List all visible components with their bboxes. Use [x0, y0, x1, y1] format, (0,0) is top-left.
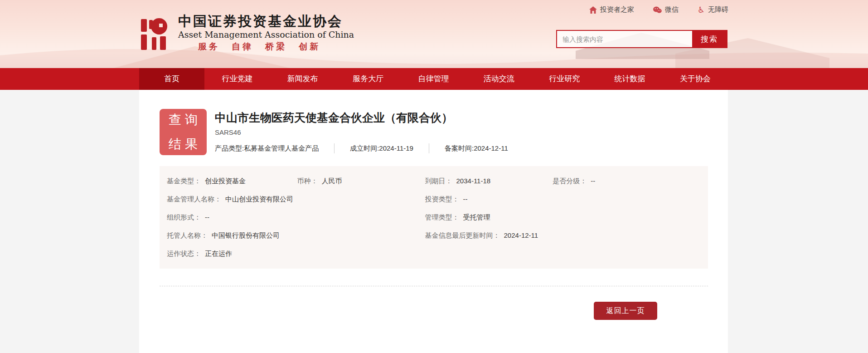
nav-item-1[interactable]: 首页: [139, 68, 204, 90]
nav-item-2[interactable]: 行业党建: [204, 68, 270, 90]
detail-management-type-value: 受托管理: [463, 213, 490, 221]
query-result-badge-line1: 查 询: [169, 111, 198, 128]
content-card: 查 询 结 果 中山市生物医药天使基金合伙企业（有限合伙） SARS46 产品类…: [139, 90, 728, 353]
dashed-divider: [160, 286, 708, 286]
detail-last-update-time-value: 2024-12-11: [504, 231, 538, 239]
detail-org-form-value: --: [205, 213, 209, 221]
fund-meta-item-3: 备案时间:2024-12-11: [429, 143, 508, 153]
brand-tagline-word-4: 创新: [299, 41, 320, 53]
detail-currency-label: 币种：: [297, 177, 318, 185]
wechat-icon: [653, 6, 662, 14]
detail-custodian-name: 托管人名称：中国银行股份有限公司: [167, 226, 425, 245]
nav-item-3[interactable]: 新闻发布: [270, 68, 335, 90]
brand-title-cn: 中国证券投资基金业协会: [178, 14, 354, 29]
fund-head-info: 中山市生物医药天使基金合伙企业（有限合伙） SARS46 产品类型:私募基金管理…: [215, 109, 508, 153]
search-input[interactable]: [557, 31, 692, 47]
detail-investment-type-label: 投资类型：: [425, 195, 459, 203]
detail-maturity-date-label: 到期日：: [425, 177, 452, 185]
fund-code: SARS46: [215, 128, 508, 136]
detail-org-form-label: 组织形式：: [167, 213, 201, 221]
nav-item-6[interactable]: 活动交流: [466, 68, 532, 90]
detail-manager-name-label: 基金管理人名称：: [167, 195, 221, 203]
detail-management-type: 管理类型：受托管理: [425, 208, 708, 226]
brand: 中国证券投资基金业协会 Asset Management Association…: [139, 14, 354, 53]
brand-tagline-word-2: 自律: [232, 41, 253, 53]
detail-org-form: 组织形式：--: [167, 208, 425, 226]
home-icon: [589, 6, 597, 14]
fund-meta-item-2: 成立时间:2024-11-19: [334, 143, 413, 153]
topbar: 投资者之家 微信 ♿ 无障碍: [589, 5, 728, 14]
fund-name: 中山市生物医药天使基金合伙企业（有限合伙）: [215, 111, 508, 124]
nav-item-5[interactable]: 自律管理: [401, 68, 466, 90]
detail-operation-status-value: 正在运作: [205, 250, 232, 257]
detail-maturity-date: 到期日：2034-11-18: [425, 172, 553, 190]
site-header: 投资者之家 微信 ♿ 无障碍 中国证券: [0, 0, 868, 68]
search-bar: 搜索: [556, 30, 727, 48]
nav-item-9[interactable]: 关于协会: [663, 68, 728, 90]
detail-manager-name-value: 中山创业投资有限公司: [225, 195, 293, 203]
query-result-badge: 查 询 结 果: [160, 109, 207, 155]
accessibility-link[interactable]: ♿ 无障碍: [698, 5, 728, 14]
brand-tagline-word-1: 服务: [198, 41, 220, 53]
brand-tagline-word-3: 桥梁: [265, 41, 287, 53]
detail-management-type-label: 管理类型：: [425, 213, 459, 221]
detail-currency: 币种：人民币: [297, 172, 425, 190]
wechat-link[interactable]: 微信: [653, 5, 679, 14]
detail-last-update-time-label: 基金信息最后更新时间：: [425, 231, 500, 239]
detail-investment-type: 投资类型：--: [425, 190, 708, 208]
detail-maturity-date-value: 2034-11-18: [456, 177, 491, 185]
fund-details-panel: 基金类型：创业投资基金币种：人民币到期日：2034-11-18是否分级：--基金…: [160, 166, 708, 269]
detail-custodian-name-value: 中国银行股份有限公司: [212, 231, 280, 239]
fund-meta-item-1: 产品类型:私募基金管理人基金产品: [215, 143, 319, 153]
back-button[interactable]: 返回上一页: [594, 302, 657, 320]
result-header: 查 询 结 果 中山市生物医药天使基金合伙企业（有限合伙） SARS46 产品类…: [139, 90, 728, 155]
actions-row: 返回上一页: [160, 302, 708, 320]
detail-operation-status-label: 运作状态：: [167, 250, 201, 257]
detail-last-update-time: 基金信息最后更新时间：2024-12-11: [425, 226, 708, 245]
investor-home-label: 投资者之家: [600, 5, 634, 14]
detail-custodian-name-label: 托管人名称：: [167, 231, 208, 239]
detail-fund-type: 基金类型：创业投资基金: [167, 172, 297, 190]
investor-home-link[interactable]: 投资者之家: [589, 5, 634, 14]
detail-is-structured-label: 是否分级：: [553, 177, 587, 185]
nav-item-4[interactable]: 服务大厅: [335, 68, 401, 90]
accessibility-icon: ♿: [698, 6, 705, 14]
detail-operation-status: 运作状态：正在运作: [167, 245, 425, 263]
brand-text: 中国证券投资基金业协会 Asset Management Association…: [178, 14, 354, 53]
detail-fund-type-value: 创业投资基金: [205, 177, 246, 185]
association-seal-logo: [139, 17, 168, 52]
search-button[interactable]: 搜索: [692, 31, 727, 47]
nav-item-7[interactable]: 行业研究: [532, 68, 597, 90]
detail-is-structured-value: --: [591, 177, 595, 185]
detail-investment-type-value: --: [463, 195, 468, 203]
accessibility-label: 无障碍: [708, 5, 728, 14]
mountain-watermark: [0, 0, 868, 68]
detail-is-structured: 是否分级：--: [553, 172, 708, 190]
main-nav: 首页行业党建新闻发布服务大厅自律管理活动交流行业研究统计数据关于协会: [0, 68, 868, 90]
detail-fund-type-label: 基金类型：: [167, 177, 201, 185]
brand-tagline: 服务自律桥梁创新: [178, 41, 354, 53]
detail-currency-value: 人民币: [322, 177, 342, 185]
nav-item-8[interactable]: 统计数据: [597, 68, 662, 90]
query-result-badge-line2: 结 果: [169, 136, 198, 153]
detail-manager-name: 基金管理人名称：中山创业投资有限公司: [167, 190, 425, 208]
wechat-label: 微信: [665, 5, 679, 14]
fund-meta-line: 产品类型:私募基金管理人基金产品成立时间:2024-11-19备案时间:2024…: [215, 143, 508, 153]
brand-title-en: Asset Management Association of China: [178, 29, 354, 40]
